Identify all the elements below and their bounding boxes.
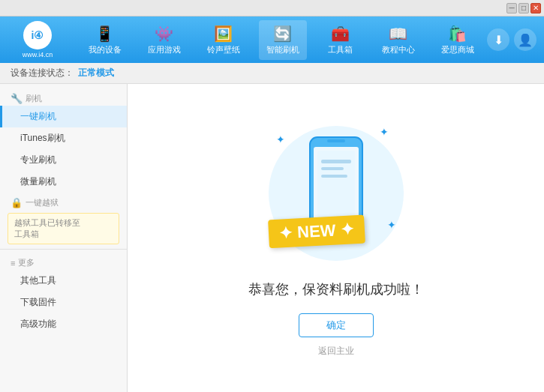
maximize-button[interactable]: □ bbox=[518, 3, 529, 13]
more-group-label: ≡ 更多 bbox=[0, 254, 127, 270]
more-group-text: 更多 bbox=[18, 257, 35, 268]
smart-flash-icon: 🔄 bbox=[273, 25, 292, 43]
nav-ringtones[interactable]: 🖼️ 铃声壁纸 bbox=[200, 20, 248, 60]
tutorial-label: 教程中心 bbox=[382, 44, 415, 55]
logo-text: www.i4.cn bbox=[23, 51, 53, 58]
toolbox-icon: 🧰 bbox=[331, 25, 350, 43]
content-area: ✦ ✦ ✦ ✦ NEW ✦ 恭喜您，保资料刷机成功啦！ 确定 返回主业 bbox=[128, 84, 544, 392]
nav-my-device[interactable]: 📱 我的设备 bbox=[81, 20, 129, 60]
jailbreak-notice: 越狱工具已转移至 工具箱 bbox=[8, 213, 119, 244]
sidebar: 🔧 刷机 一键刷机 iTunes刷机 专业刷机 微量刷机 🔒 一键越狱 越狱工具… bbox=[0, 84, 128, 392]
again-link[interactable]: 返回主业 bbox=[318, 345, 354, 358]
sidebar-item-download-firmware[interactable]: 下载固件 bbox=[0, 292, 127, 313]
more-group-icon: ≡ bbox=[11, 259, 15, 268]
close-button[interactable]: ✕ bbox=[530, 3, 541, 13]
connection-bar: 设备连接状态： 正常模式 bbox=[0, 63, 544, 84]
smart-flash-label: 智能刷机 bbox=[266, 44, 299, 55]
sidebar-item-pro-flash[interactable]: 专业刷机 bbox=[0, 149, 127, 171]
sidebar-item-other-tools[interactable]: 其他工具 bbox=[0, 270, 127, 292]
connection-status: 正常模式 bbox=[78, 67, 114, 79]
flash-group-icon: 🔧 bbox=[11, 93, 23, 104]
toolbox-label: 工具箱 bbox=[328, 44, 353, 55]
logo-circle: i④ bbox=[23, 21, 52, 49]
nav-tutorial[interactable]: 📖 教程中心 bbox=[374, 20, 422, 60]
nav-toolbox[interactable]: 🧰 工具箱 bbox=[318, 20, 363, 60]
ringtones-icon: 🖼️ bbox=[214, 25, 233, 43]
sparkle-3: ✦ bbox=[387, 219, 396, 231]
svg-rect-7 bbox=[321, 175, 347, 178]
jailbreak-icon: 🔒 bbox=[11, 197, 23, 208]
title-bar: ─ □ ✕ bbox=[0, 0, 544, 16]
sidebar-divider bbox=[0, 249, 127, 250]
my-device-icon: 📱 bbox=[95, 25, 114, 43]
apps-games-label: 应用游戏 bbox=[148, 44, 181, 55]
tutorial-icon: 📖 bbox=[389, 25, 407, 43]
sidebar-item-micro-flash[interactable]: 微量刷机 bbox=[0, 171, 127, 193]
nav-right: ⬇ 👤 bbox=[487, 28, 536, 51]
main-layout: 🔧 刷机 一键刷机 iTunes刷机 专业刷机 微量刷机 🔒 一键越狱 越狱工具… bbox=[0, 84, 544, 392]
logo-symbol: i④ bbox=[32, 29, 44, 41]
sidebar-item-one-key-flash[interactable]: 一键刷机 bbox=[0, 106, 127, 127]
flash-group-label: 🔧 刷机 bbox=[0, 88, 127, 106]
jailbreak-text: 一键越狱 bbox=[26, 197, 59, 208]
svg-rect-6 bbox=[321, 167, 344, 170]
svg-rect-5 bbox=[321, 160, 351, 163]
ringtones-label: 铃声壁纸 bbox=[207, 44, 240, 55]
nav-items: 📱 我的设备 👾 应用游戏 🖼️ 铃声壁纸 🔄 智能刷机 🧰 工具箱 📖 教程中… bbox=[75, 20, 487, 60]
connection-label: 设备连接状态： bbox=[11, 67, 74, 79]
illustration: ✦ ✦ ✦ ✦ NEW ✦ bbox=[261, 118, 411, 268]
nav-store[interactable]: 🛍️ 爱思商城 bbox=[434, 20, 482, 60]
logo[interactable]: i④ www.i4.cn bbox=[8, 21, 68, 58]
confirm-button[interactable]: 确定 bbox=[299, 313, 374, 337]
svg-rect-3 bbox=[327, 139, 345, 142]
nav-smart-flash[interactable]: 🔄 智能刷机 bbox=[259, 20, 307, 60]
success-text: 恭喜您，保资料刷机成功啦！ bbox=[248, 280, 424, 298]
sparkle-2: ✦ bbox=[380, 126, 389, 138]
new-badge: ✦ NEW ✦ bbox=[268, 215, 365, 249]
apps-games-icon: 👾 bbox=[155, 25, 173, 43]
store-label: 爱思商城 bbox=[441, 44, 474, 55]
flash-group-text: 刷机 bbox=[26, 93, 42, 104]
jailbreak-group-label: 🔒 一键越狱 bbox=[0, 193, 127, 210]
sidebar-item-itunes-flash[interactable]: iTunes刷机 bbox=[0, 127, 127, 149]
navbar: i④ www.i4.cn 📱 我的设备 👾 应用游戏 🖼️ 铃声壁纸 🔄 智能刷… bbox=[0, 16, 544, 63]
download-button[interactable]: ⬇ bbox=[487, 28, 509, 51]
sidebar-item-advanced[interactable]: 高级功能 bbox=[0, 313, 127, 335]
minimize-button[interactable]: ─ bbox=[506, 3, 517, 13]
store-icon: 🛍️ bbox=[448, 25, 467, 43]
nav-apps-games[interactable]: 👾 应用游戏 bbox=[140, 20, 188, 60]
user-button[interactable]: 👤 bbox=[514, 28, 536, 51]
sparkle-1: ✦ bbox=[276, 133, 285, 145]
my-device-label: 我的设备 bbox=[89, 44, 122, 55]
